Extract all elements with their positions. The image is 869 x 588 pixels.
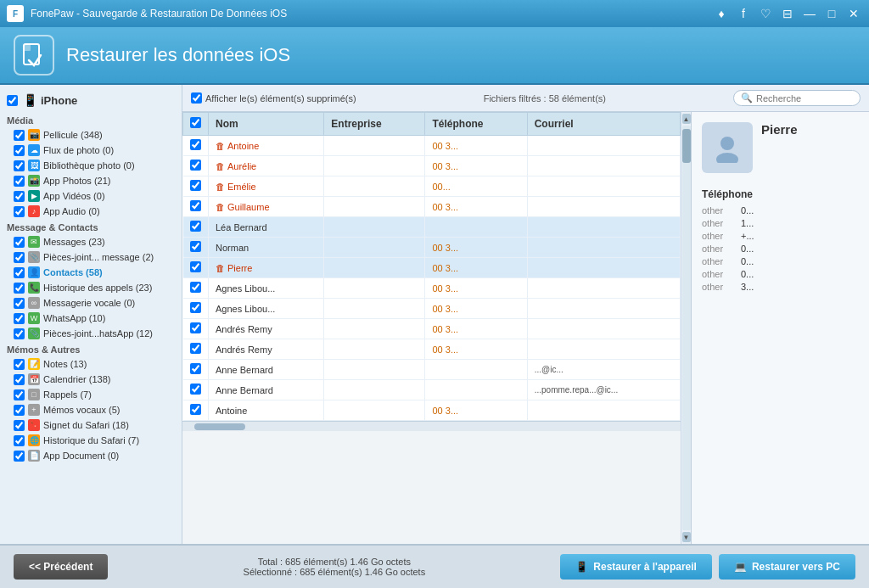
search-input[interactable] [756, 93, 858, 104]
maximize-button[interactable]: □ [823, 5, 840, 22]
sidebar-item-1-5[interactable]: WWhatsApp (10) [0, 311, 182, 326]
table-row[interactable]: 🗑Antoine00 3... [183, 136, 681, 156]
sidebar: 📱 iPhone Média📷Pellicule (348)☁Flux de p… [0, 85, 182, 544]
sidebar-item-1-0[interactable]: ✉Messages (23) [0, 234, 182, 249]
detail-name: Pierre [761, 122, 798, 137]
sidebar-item-checkbox-2-0[interactable] [14, 359, 25, 370]
sidebar-item-0-2[interactable]: 🖼Bibliothèque photo (0) [0, 158, 182, 173]
table-row[interactable]: Agnes Libou...00 3... [183, 278, 681, 299]
heart-icon[interactable]: ♡ [757, 5, 774, 22]
table-row[interactable]: Andrés Remy00 3... [183, 319, 681, 339]
table-row[interactable]: Norman00 3... [183, 238, 681, 258]
detail-phone-row-0: other0... [702, 205, 859, 216]
col-courriel: Courriel [527, 113, 680, 136]
vertical-scrollbar[interactable]: ▲ ▼ [681, 112, 691, 544]
sidebar-item-0-3[interactable]: 📸App Photos (21) [0, 173, 182, 188]
sidebar-item-checkbox-1-0[interactable] [14, 237, 25, 248]
sidebar-item-0-1[interactable]: ☁Flux de photo (0) [0, 143, 182, 158]
scroll-track[interactable] [682, 126, 691, 530]
sidebar-item-checkbox-2-4[interactable] [14, 420, 25, 431]
sidebar-item-checkbox-1-2[interactable] [14, 267, 25, 278]
sidebar-item-checkbox-0-5[interactable] [14, 206, 25, 217]
sidebar-item-icon-1-3: 📞 [28, 282, 40, 294]
sidebar-item-2-2[interactable]: □Rappels (7) [0, 387, 182, 402]
sidebar-item-0-4[interactable]: ▶App Vidéos (0) [0, 188, 182, 204]
horizontal-scrollbar[interactable] [182, 421, 681, 431]
sidebar-item-1-4[interactable]: ∞Messagerie vocale (0) [0, 295, 182, 311]
sidebar-item-2-1[interactable]: 📅Calendrier (138) [0, 372, 182, 387]
table-row[interactable]: Léa Bernard [183, 217, 681, 238]
sidebar-item-checkbox-0-0[interactable] [14, 130, 25, 141]
table-row[interactable]: 🗑Pierre00 3... [183, 258, 681, 278]
sidebar-item-checkbox-0-3[interactable] [14, 176, 25, 187]
select-all-checkbox[interactable] [190, 117, 201, 128]
scroll-thumb-v[interactable] [682, 129, 691, 163]
sidebar-item-icon-0-2: 🖼 [28, 160, 40, 171]
sidebar-item-label-2-2: Rappels (7) [43, 389, 92, 400]
scroll-down-button[interactable]: ▼ [682, 532, 691, 542]
table-row[interactable]: Andrés Remy00 3... [183, 339, 681, 360]
sidebar-item-1-3[interactable]: 📞Historique des appels (23) [0, 280, 182, 295]
sidebar-item-checkbox-2-1[interactable] [14, 374, 25, 385]
device-checkbox[interactable] [7, 95, 18, 106]
detail-phone-row-6: other3... [702, 282, 859, 292]
sidebar-item-checkbox-2-6[interactable] [14, 451, 25, 462]
sidebar-item-2-0[interactable]: 📝Notes (13) [0, 356, 182, 372]
selected-info: Sélectionné : 685 élément(s) 1.46 Go oct… [244, 567, 426, 577]
restore-device-label: Restaurer à l'appareil [593, 561, 697, 573]
table-row[interactable]: Anne Bernard...@ic... [183, 360, 681, 380]
app-title: FonePaw - Sauvegarde & Restauration De D… [31, 8, 713, 20]
table-row[interactable]: Antoine00 3... [183, 400, 681, 421]
sidebar-item-icon-2-4: 🔖 [28, 419, 40, 431]
sidebar-item-checkbox-1-5[interactable] [14, 313, 25, 324]
restore-pc-button[interactable]: 💻 Restaurer vers PC [719, 554, 855, 580]
grid-icon[interactable]: ⊟ [779, 5, 796, 22]
sidebar-item-0-0[interactable]: 📷Pellicule (348) [0, 127, 182, 143]
back-button[interactable]: << Précédent [14, 554, 108, 580]
sidebar-item-checkbox-1-6[interactable] [14, 328, 25, 339]
sidebar-item-1-6[interactable]: 📎Pièces-joint...hatsApp (12) [0, 326, 182, 341]
sidebar-item-checkbox-2-5[interactable] [14, 435, 25, 446]
delete-icon: 🗑 [216, 182, 225, 192]
table-row[interactable]: Agnes Libou...00 3... [183, 299, 681, 319]
sidebar-item-checkbox-0-1[interactable] [14, 145, 25, 156]
sidebar-item-checkbox-1-4[interactable] [14, 298, 25, 309]
table-row[interactable]: 🗑Aurélie00 3... [183, 156, 681, 176]
sidebar-item-icon-1-6: 📎 [28, 328, 40, 339]
sidebar-item-label-0-0: Pellicule (348) [43, 130, 103, 140]
scroll-thumb[interactable] [194, 423, 245, 430]
sidebar-item-checkbox-0-4[interactable] [14, 191, 25, 202]
wifi-icon[interactable]: ♦ [713, 5, 730, 22]
restore-device-button[interactable]: 📱 Restaurer à l'appareil [560, 554, 712, 580]
sidebar-item-checkbox-2-3[interactable] [14, 405, 25, 416]
sidebar-item-2-4[interactable]: 🔖Signet du Safari (18) [0, 417, 182, 433]
sidebar-item-icon-1-2: 👤 [28, 266, 40, 278]
sidebar-item-2-3[interactable]: +Mémos vocaux (5) [0, 402, 182, 417]
show-deleted-checkbox[interactable] [191, 92, 202, 104]
close-button[interactable]: ✕ [845, 5, 862, 22]
sidebar-item-0-5[interactable]: ♪App Audio (0) [0, 204, 182, 219]
svg-point-3 [716, 153, 738, 163]
sidebar-item-checkbox-1-1[interactable] [14, 252, 25, 263]
sidebar-item-2-5[interactable]: 🌐Historique du Safari (7) [0, 433, 182, 448]
table-row[interactable]: Anne Bernard...pomme.repa...@ic... [183, 380, 681, 400]
minimize-button[interactable]: — [801, 5, 818, 22]
sidebar-device[interactable]: 📱 iPhone [0, 88, 182, 112]
sidebar-item-label-2-5: Historique du Safari (7) [43, 435, 139, 445]
device-label: iPhone [41, 94, 77, 107]
table-row[interactable]: 🗑Guillaume00 3... [183, 197, 681, 217]
sidebar-item-label-2-0: Notes (13) [43, 359, 87, 369]
sidebar-item-checkbox-0-2[interactable] [14, 160, 25, 171]
content-toolbar: Afficher le(s) élément(s) supprimé(s) Fi… [182, 85, 869, 112]
sidebar-item-1-1[interactable]: 📎Pièces-joint... message (2) [0, 249, 182, 265]
sidebar-item-checkbox-2-2[interactable] [14, 389, 25, 400]
delete-icon: 🗑 [216, 263, 225, 273]
facebook-icon[interactable]: f [735, 5, 752, 22]
sidebar-item-1-2[interactable]: 👤Contacts (58) [0, 265, 182, 280]
sidebar-item-checkbox-1-3[interactable] [14, 283, 25, 294]
table-row[interactable]: 🗑Emélie00... [183, 176, 681, 197]
sidebar-item-2-6[interactable]: 📄App Document (0) [0, 448, 182, 463]
sidebar-item-icon-1-5: W [28, 312, 40, 324]
show-deleted-label[interactable]: Afficher le(s) élément(s) supprimé(s) [191, 92, 356, 104]
scroll-up-button[interactable]: ▲ [682, 114, 691, 124]
